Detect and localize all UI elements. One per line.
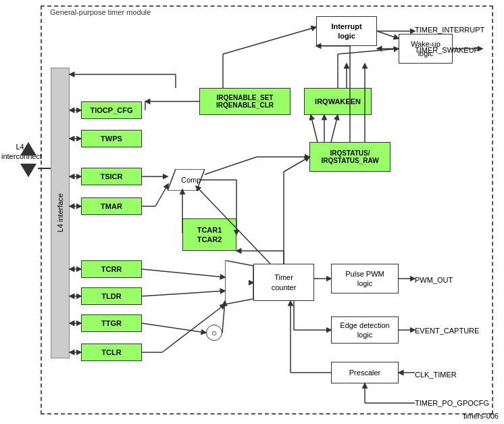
diagram-container: General-purpose timer module timers-006 … <box>0 0 504 424</box>
l4-arrows <box>20 142 36 177</box>
timer-counter-box: Timercounter <box>253 264 314 301</box>
signal-pwm-out: PWM_OUT <box>415 276 453 284</box>
svg-marker-2 <box>225 260 253 304</box>
signal-timer-po-gpocfg: TIMER_PO_GPOCFG <box>415 399 489 407</box>
edge-detection-box: Edge detectionlogic <box>331 316 399 344</box>
reg-tmar: TMAR <box>81 197 142 215</box>
reg-tcrr: TCRR <box>81 260 142 278</box>
signal-timer-swakeup: TIMER_SWAKEUP <box>415 46 479 54</box>
prescaler-box: Prescaler <box>331 362 399 383</box>
interrupt-logic-box: Interruptlogic <box>316 16 377 46</box>
reg-irqenable: IRQENABLE_SET IRQENABLE_CLR <box>199 88 291 115</box>
reg-ttgr: TTGR <box>81 314 142 332</box>
reg-tsicr: TSICR <box>81 168 142 185</box>
pulse-pwm-box: Pulse PWMlogic <box>331 264 399 293</box>
signal-event-capture: EVENT_CAPTURE <box>415 327 479 335</box>
figure-id: timers-006 <box>463 412 499 420</box>
l4-interface-bar: L4 interface <box>51 68 70 358</box>
l4-interface-label: L4 interface <box>56 193 64 232</box>
signal-clk-timer: CLK_TIMER <box>415 371 457 379</box>
reg-irqstatus: IRQSTATUS/ IRQSTATUS_RAW <box>309 142 390 172</box>
mux-shape <box>225 260 253 306</box>
signal-timer-interrupt: TIMER_INTERRUPT <box>415 26 484 34</box>
module-title: General-purpose timer module <box>47 8 153 16</box>
reg-irqwakeen: IRQWAKEEN <box>304 88 372 115</box>
svg-text:Comp: Comp <box>181 176 201 184</box>
reg-tcar: TCAR1 TCAR2 <box>182 218 236 251</box>
trigger-circle: ○ <box>206 325 222 341</box>
reg-twps: TWPS <box>81 130 142 147</box>
reg-tiocp-cfg: TIOCP_CFG <box>81 101 142 119</box>
comp-shape: Comp <box>168 169 205 192</box>
l4-h-arrow <box>38 168 51 169</box>
reg-tclr: TCLR <box>81 344 142 361</box>
reg-tldr: TLDR <box>81 287 142 305</box>
